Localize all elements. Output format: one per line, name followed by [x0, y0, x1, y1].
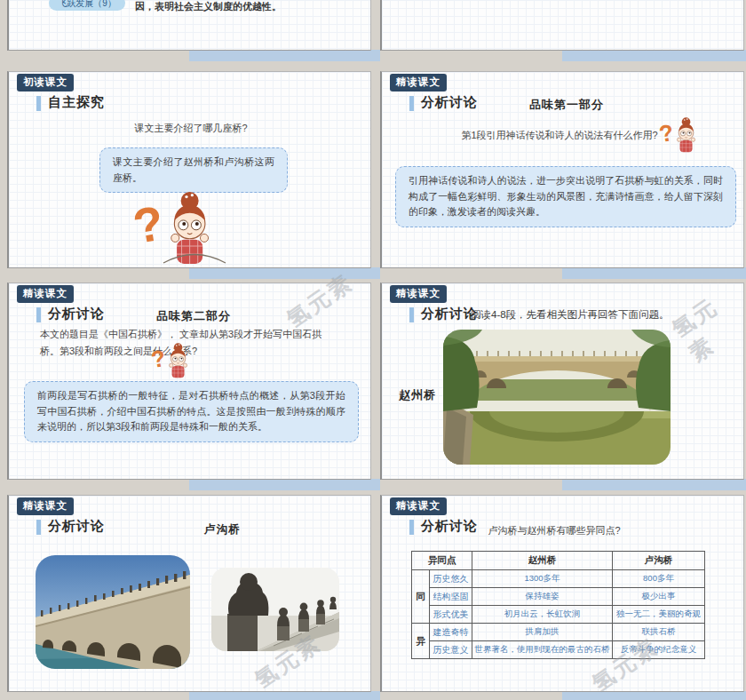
- section-badge: 精读课文: [390, 497, 447, 515]
- table-header-cell: 卢沟桥: [613, 552, 705, 570]
- section-badge: 初读课文: [17, 74, 74, 91]
- slide-subtitle: 品味第一部分: [529, 97, 604, 113]
- slide-shadow: [189, 691, 380, 700]
- answer-box: 前两段是写石拱桥的一般特征，是对石拱桥特点的概述，从第3段开始写中国石拱桥，介绍…: [24, 381, 359, 442]
- table-cell: 世界著名，使用到现在的最古的石桥: [472, 641, 613, 659]
- slide-title: 分析讨论: [421, 306, 478, 322]
- table-cell: 初月出云，长虹饮涧: [472, 606, 613, 624]
- slide-shadow: [189, 50, 380, 61]
- slide-subtitle: 卢沟桥: [204, 522, 241, 537]
- table-cell: 独一无二，美丽的奇观: [613, 606, 705, 624]
- slide-shadow: [189, 267, 380, 279]
- question-text: 课文主要介绍了哪几座桥?: [9, 122, 371, 135]
- title-accent-bar: [409, 96, 414, 111]
- slide-title: 分析讨论: [48, 518, 105, 535]
- table-cell: 反帝斗争的纪念意义: [613, 641, 705, 659]
- table-header-row: 异同点 赵州桥 卢沟桥: [412, 552, 705, 570]
- section-badge: 精读课文: [17, 285, 74, 303]
- slide-thumbnail-8[interactable]: 精读课文 分析讨论 卢沟桥与赵州桥有哪些异同点? 异同点 赵州桥 卢沟桥 同 历…: [380, 495, 744, 692]
- table-row: 结构坚固 保持雄姿 极少出事: [412, 588, 705, 606]
- slide-shadow: [562, 267, 746, 279]
- table-cell: 800多年: [613, 570, 705, 588]
- title-accent-bar: [36, 96, 41, 111]
- slide-subtitle: 品味第二部分: [156, 308, 231, 324]
- zhaozhou-bridge-photo: [443, 330, 671, 465]
- table-cell: 保持雄姿: [472, 588, 613, 606]
- topic-pill: 飞跃发展（9）: [49, 0, 125, 11]
- slide-thumbnail-2[interactable]: [380, 0, 744, 51]
- answer-text-fragment: 因，表明社会主义制度的优越性。: [135, 0, 282, 13]
- table-cell: 建造奇特: [430, 624, 472, 641]
- title-accent-bar: [409, 307, 414, 322]
- slide-thumbnail-1[interactable]: 飞跃发展（9） 因，表明社会主义制度的优越性。: [7, 0, 371, 51]
- table-header-cell: 异同点: [412, 552, 472, 570]
- answer-box: 课文主要介绍了赵州桥和卢沟桥这两座桥。: [99, 147, 288, 193]
- slide-shadow: [562, 479, 746, 490]
- group-label-same: 同: [412, 570, 430, 624]
- slide-shadow: [562, 50, 746, 61]
- title-accent-bar: [36, 520, 41, 535]
- slide-shadow: [562, 691, 746, 700]
- table-row: 历史意义 世界著名，使用到现在的最古的石桥 反帝斗争的纪念意义: [412, 641, 705, 659]
- question-text: 卢沟桥与赵州桥有哪些异同点?: [382, 524, 726, 537]
- table-cell: 结构坚固: [430, 588, 472, 606]
- table-row: 异 建造奇特 拱肩加拱 联拱石桥: [412, 624, 705, 641]
- answer-box: 引用神话传说和诗人的说法，进一步突出说明了石拱桥与虹的关系，同时构成了一幅色彩鲜…: [395, 166, 736, 227]
- photo-label: 赵州桥: [399, 387, 436, 403]
- table-cell: 1300多年: [472, 570, 613, 588]
- thinking-girl-illustration: [151, 342, 194, 379]
- slide-shadow: [189, 479, 380, 490]
- table-header-cell: 赵州桥: [472, 552, 613, 570]
- section-badge: 精读课文: [390, 74, 447, 91]
- slide-thumbnail-6[interactable]: 精读课文 分析讨论 阅读4-8段，先看相关图片再回答下面问题。 赵州桥: [380, 282, 744, 480]
- table-cell: 拱肩加拱: [472, 624, 613, 641]
- section-badge: 精读课文: [390, 285, 447, 303]
- lugou-bridge-photo: [36, 555, 190, 669]
- stone-lions-photo: [211, 568, 339, 651]
- slide-thumbnail-5[interactable]: 精读课文 分析讨论 品味第二部分 本文的题目是《中国石拱桥》， 文章却从第3段才…: [7, 282, 371, 480]
- table-cell: 历史意义: [430, 641, 472, 659]
- ground-arc: [162, 251, 227, 264]
- table-cell: 联拱石桥: [613, 624, 705, 641]
- comparison-table: 异同点 赵州桥 卢沟桥 同 历史悠久 1300多年 800多年 结构坚固 保持雄…: [411, 551, 705, 659]
- section-badge: 精读课文: [17, 497, 74, 515]
- thinking-girl-illustration: [659, 116, 702, 154]
- slide-title: 分析讨论: [421, 94, 478, 111]
- slide-thumbnail-4[interactable]: 精读课文 分析讨论 品味第一部分 第1段引用神话传说和诗人的说法有什么作用? 引…: [380, 71, 744, 268]
- instruction-text: 阅读4-8段，先看相关图片再回答下面问题。: [471, 308, 719, 322]
- table-cell: 形式优美: [430, 606, 472, 624]
- slide-preview-canvas: 飞跃发展（9） 因，表明社会主义制度的优越性。 初读课文 自主探究 课文主要介绍…: [0, 0, 746, 700]
- table-row: 同 历史悠久 1300多年 800多年: [412, 570, 705, 588]
- title-accent-bar: [36, 307, 41, 322]
- group-label-different: 异: [412, 624, 430, 659]
- slide-thumbnail-3[interactable]: 初读课文 自主探究 课文主要介绍了哪几座桥? 课文主要介绍了赵州桥和卢沟桥这两座…: [7, 71, 371, 268]
- slide-title: 分析讨论: [48, 306, 105, 322]
- table-cell: 历史悠久: [430, 570, 472, 588]
- slide-thumbnail-7[interactable]: 精读课文 分析讨论 卢沟桥: [7, 495, 371, 692]
- table-row: 形式优美 初月出云，长虹饮涧 独一无二，美丽的奇观: [412, 606, 705, 624]
- slide-title: 自主探究: [48, 94, 105, 111]
- table-cell: 极少出事: [613, 588, 705, 606]
